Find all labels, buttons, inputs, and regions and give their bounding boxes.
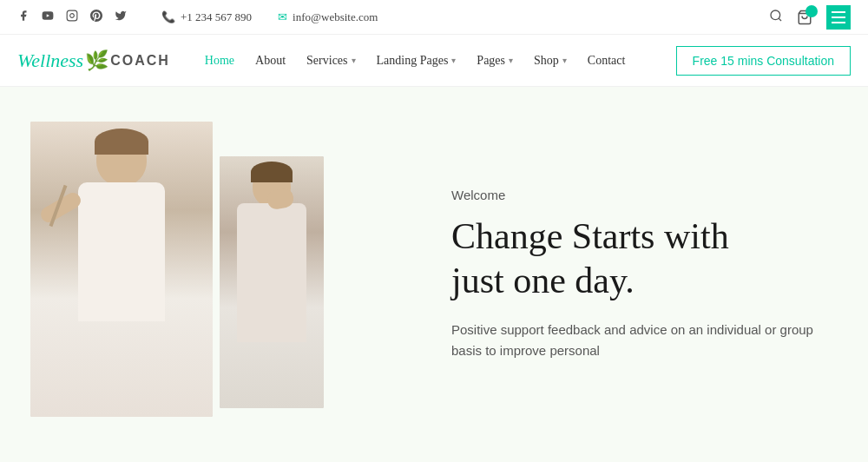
svg-rect-1 [67,10,77,21]
chevron-down-icon: ▾ [451,56,456,65]
nav-services-label: Services [306,54,347,68]
phone-contact: 📞 +1 234 567 890 [161,10,252,24]
hero-welcome: Welcome [451,188,825,202]
phone-icon: 📞 [161,10,175,24]
nav-about-label: About [255,54,286,68]
hero-heading-line1: Change Starts with [451,216,729,256]
nav-item-landing-pages[interactable]: Landing Pages ▾ [368,49,465,73]
chevron-down-icon: ▾ [509,56,513,65]
twitter-icon[interactable] [115,10,127,25]
svg-point-3 [771,10,780,20]
svg-line-4 [779,18,781,21]
hero-section: Welcome Change Starts with just one day.… [0,87,868,462]
email-contact: ✉ info@website.com [278,10,378,24]
top-bar-right [769,5,851,30]
chevron-down-icon: ▾ [352,56,356,65]
hero-heading-line2: just one day. [451,261,635,300]
pinterest-icon[interactable] [90,10,102,25]
hero-body-text: Positive support feedback and advice on … [451,320,825,361]
nav-item-about[interactable]: About [247,49,294,73]
cart-badge [806,5,818,17]
hero-heading: Change Starts with just one day. [451,214,825,302]
nav-landing-pages-label: Landing Pages [377,54,449,68]
search-icon[interactable] [769,9,783,26]
nav-contact-label: Contact [588,54,626,68]
nav-item-shop[interactable]: Shop ▾ [525,49,575,73]
hero-images [0,87,399,462]
nav-item-contact[interactable]: Contact [579,49,635,73]
navigation: Wellness 🌿 COACH Home About Services ▾ L… [0,35,868,87]
logo[interactable]: Wellness 🌿 COACH [17,50,170,72]
nav-item-home[interactable]: Home [196,49,243,73]
hero-image-left [30,122,213,417]
chevron-down-icon: ▾ [562,56,567,65]
hamburger-icon[interactable] [826,5,851,30]
cart-icon-wrap[interactable] [797,10,812,25]
social-icons [17,10,127,25]
facebook-icon[interactable] [17,10,30,25]
nav-home-label: Home [205,54,234,68]
cta-button[interactable]: Free 15 mins Consultation [676,46,851,76]
email-icon: ✉ [278,10,287,24]
logo-wellness-text: Wellness [17,50,83,72]
phone-number: +1 234 567 890 [181,10,252,24]
nav-links: Home About Services ▾ Landing Pages ▾ Pa… [196,49,676,73]
nav-item-services[interactable]: Services ▾ [298,49,364,73]
logo-leaf-icon: 🌿 [85,50,108,72]
nav-shop-label: Shop [534,54,559,68]
youtube-icon[interactable] [42,10,54,25]
nav-item-pages[interactable]: Pages ▾ [468,49,522,73]
hero-image-right [220,156,324,408]
instagram-icon[interactable] [66,10,78,25]
email-address: info@website.com [293,10,378,24]
contact-info: 📞 +1 234 567 890 ✉ info@website.com [161,10,378,24]
hero-text: Welcome Change Starts with just one day.… [399,87,868,462]
logo-coach-text: COACH [110,53,170,69]
top-bar: 📞 +1 234 567 890 ✉ info@website.com [0,0,868,35]
nav-pages-label: Pages [477,54,505,68]
